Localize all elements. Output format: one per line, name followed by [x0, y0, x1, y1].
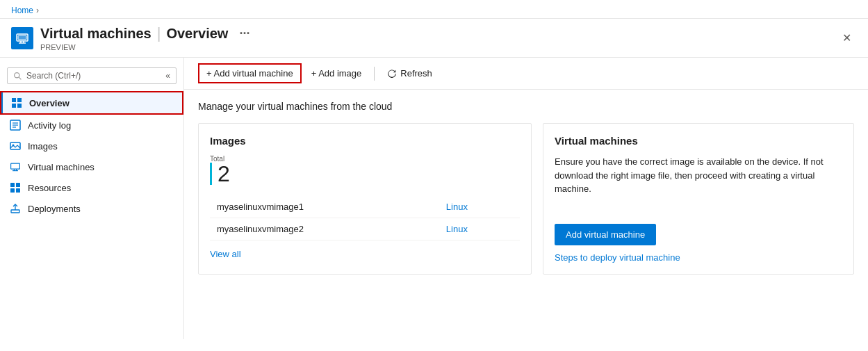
refresh-icon	[387, 69, 397, 79]
header-preview-label: PREVIEW	[40, 43, 837, 51]
add-vm-toolbar-wrapper: + Add virtual machine	[198, 63, 302, 83]
image-name-2: myaselinuxvmimage2	[210, 218, 439, 240]
sidebar-item-label: Activity log	[28, 120, 71, 131]
total-label: Total	[210, 155, 520, 163]
add-virtual-machine-button[interactable]: + Add virtual machine	[199, 65, 300, 82]
sidebar-item-activity-log[interactable]: Activity log	[0, 115, 183, 136]
total-number: 2	[210, 163, 520, 185]
add-image-button[interactable]: + Add image	[304, 65, 369, 82]
svg-rect-25	[11, 210, 19, 213]
sidebar-item-virtual-machines[interactable]: Virtual machines	[0, 156, 183, 177]
vm-card: Virtual machines Ensure you have the cor…	[543, 123, 854, 275]
page-icon	[11, 27, 33, 49]
header-title: Virtual machines | Overview ···	[40, 24, 837, 42]
refresh-button[interactable]: Refresh	[380, 65, 439, 82]
sidebar-item-label: Overview	[29, 98, 69, 108]
content-heading: Manage your virtual machines from the cl…	[198, 101, 854, 112]
svg-rect-15	[10, 142, 20, 149]
sidebar-item-images[interactable]: Images	[0, 136, 183, 156]
image-os-2[interactable]: Linux	[439, 218, 520, 240]
images-icon	[10, 140, 21, 152]
breadcrumb-separator: ›	[36, 6, 39, 15]
header-separator: |	[157, 24, 161, 42]
resource-subtitle: Overview	[166, 26, 228, 42]
vm-card-title: Virtual machines	[555, 135, 842, 147]
vm-icon	[15, 31, 29, 45]
virtual-machines-icon	[10, 161, 21, 172]
images-table: myaselinuxvmimage1 Linux myaselinuxvmima…	[210, 196, 520, 240]
svg-rect-24	[16, 188, 20, 193]
table-row: myaselinuxvmimage1 Linux	[210, 196, 520, 218]
sidebar-item-label: Virtual machines	[28, 162, 95, 172]
table-row: myaselinuxvmimage2 Linux	[210, 218, 520, 240]
cards-container: Images Total 2 myaselinuxvmimage1 Linux …	[198, 123, 854, 275]
main-layout: Search (Ctrl+/) « Overview	[0, 58, 868, 339]
steps-to-deploy-link[interactable]: Steps to deploy virtual machine	[555, 252, 680, 263]
refresh-label: Refresh	[400, 68, 432, 79]
sidebar-item-label: Deployments	[28, 204, 81, 214]
vm-card-description: Ensure you have the correct image is ava…	[555, 155, 842, 196]
overview-icon	[11, 97, 22, 108]
activity-log-icon	[10, 120, 21, 131]
sidebar-item-resources[interactable]: Resources	[0, 177, 183, 198]
svg-line-6	[19, 77, 21, 79]
page-header: Virtual machines | Overview ··· PREVIEW …	[0, 19, 868, 58]
sidebar-item-label: Resources	[28, 183, 71, 193]
svg-rect-1	[18, 35, 26, 40]
search-box: Search (Ctrl+/) «	[7, 67, 177, 84]
sidebar: Search (Ctrl+/) « Overview	[0, 58, 184, 339]
sidebar-item-overview[interactable]: Overview	[1, 92, 182, 113]
images-card-title: Images	[210, 135, 520, 147]
search-icon	[13, 72, 22, 81]
overview-nav-wrapper: Overview	[0, 91, 183, 115]
svg-point-5	[15, 72, 19, 77]
svg-rect-22	[16, 183, 20, 187]
sidebar-item-deployments[interactable]: Deployments	[0, 198, 183, 219]
resources-icon	[10, 182, 21, 193]
more-options-button[interactable]: ···	[239, 26, 249, 41]
search-placeholder[interactable]: Search (Ctrl+/)	[26, 71, 81, 81]
collapse-button[interactable]: «	[165, 71, 170, 81]
svg-rect-9	[12, 104, 16, 108]
images-card: Images Total 2 myaselinuxvmimage1 Linux …	[198, 123, 532, 275]
svg-rect-21	[10, 183, 15, 187]
svg-rect-10	[17, 104, 22, 108]
toolbar-divider	[374, 67, 375, 81]
add-virtual-machine-card-button[interactable]: Add virtual machine	[555, 224, 656, 245]
image-name-1: myaselinuxvmimage1	[210, 196, 439, 218]
svg-rect-23	[10, 188, 15, 193]
breadcrumb-bar: Home ›	[0, 0, 868, 19]
header-title-block: Virtual machines | Overview ··· PREVIEW	[40, 24, 837, 51]
main-content: + Add virtual machine + Add image Refres…	[184, 58, 868, 339]
svg-rect-7	[12, 98, 16, 102]
breadcrumb-home[interactable]: Home	[11, 6, 33, 15]
breadcrumb: Home ›	[11, 6, 42, 15]
toolbar: + Add virtual machine + Add image Refres…	[184, 58, 868, 90]
page-content: Manage your virtual machines from the cl…	[184, 90, 868, 286]
svg-rect-17	[11, 163, 20, 169]
resource-name: Virtual machines	[40, 26, 152, 42]
sidebar-item-label: Images	[28, 141, 58, 152]
view-all-link[interactable]: View all	[210, 249, 241, 259]
svg-rect-8	[17, 98, 22, 102]
deployments-icon	[10, 203, 21, 214]
image-os-1[interactable]: Linux	[439, 196, 520, 218]
close-button[interactable]: ✕	[837, 28, 857, 47]
